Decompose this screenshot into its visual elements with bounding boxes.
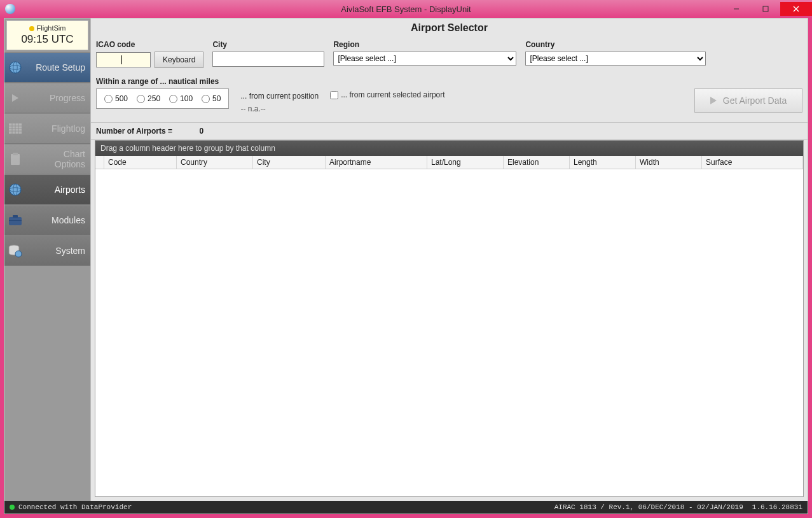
range-radio-100[interactable]: 100 (169, 94, 193, 103)
version-info: 1.6.16.28831 (752, 503, 802, 511)
col-code[interactable]: Code (104, 156, 177, 169)
count-label: Number of Airports = (96, 127, 172, 136)
content-area: Airport Selector ICAO code Keyboard (90, 18, 808, 501)
svg-rect-20 (13, 215, 18, 218)
col-length[interactable]: Length (570, 156, 636, 169)
main-row: FlightSim 09:15 UTC Route Setup Progress… (4, 18, 808, 501)
range-radio-group: 500 250 100 50 (96, 88, 229, 109)
sidebar-item-progress: Progress (4, 83, 90, 113)
sim-label: FlightSim (37, 24, 66, 32)
svg-rect-1 (763, 6, 768, 11)
sidebar-spacer (4, 266, 90, 501)
col-elevation[interactable]: Elevation (504, 156, 570, 169)
from-current-position-label: ... from current position (240, 90, 319, 102)
play-icon (8, 91, 22, 105)
svg-point-16 (10, 184, 21, 195)
airac-info: AIRAC 1813 / Rev.1, 06/DEC/2018 - 02/JAN… (554, 503, 743, 511)
country-select[interactable]: [Please select ...] (525, 52, 706, 66)
from-selected-checkbox[interactable] (330, 91, 338, 99)
sidebar-item-label: Progress (27, 93, 85, 103)
sidebar-item-label: System (27, 246, 85, 256)
group-by-bar[interactable]: Drag a column header here to group by th… (95, 141, 803, 156)
current-position-value: -- n.a.-- (240, 102, 319, 115)
page-title: Airport Selector (91, 18, 808, 38)
region-select[interactable]: [Please select ...] (333, 52, 516, 66)
close-button[interactable] (780, 2, 812, 16)
sidebar-item-route-setup[interactable]: Route Setup (4, 52, 90, 83)
col-city[interactable]: City (253, 156, 326, 169)
statusbar: Connected with DataProvider AIRAC 1813 /… (4, 501, 808, 514)
icao-label: ICAO code (96, 40, 203, 49)
range-radio-50[interactable]: 50 (202, 94, 221, 103)
window-title: AivlaSoft EFB System - DisplayUnit (0, 4, 812, 14)
briefcase-icon (8, 213, 22, 227)
range-section: Within a range of ... nautical miles 500… (96, 77, 802, 116)
get-airport-data-button[interactable]: Get Airport Data (694, 88, 802, 113)
city-label: City (212, 40, 324, 49)
result-count-row: Number of Airports = 0 (91, 122, 808, 140)
maximize-button[interactable] (751, 2, 780, 16)
col-surface[interactable]: Surface (702, 156, 803, 169)
svg-rect-14 (11, 154, 20, 165)
range-header: Within a range of ... nautical miles (96, 77, 802, 86)
from-selected-label: ... from current selected airport (341, 90, 444, 99)
minimize-button[interactable] (722, 2, 751, 16)
database-gear-icon (8, 244, 22, 258)
from-selected-airport-check[interactable]: ... from current selected airport (330, 88, 444, 99)
airport-grid: Drag a column header here to group by th… (95, 140, 804, 497)
sidebar-item-label: Modules (27, 215, 85, 225)
grid-body (95, 169, 803, 496)
sim-status-dot (29, 26, 34, 31)
svg-point-23 (15, 251, 22, 257)
form-row-1: ICAO code Keyboard City (96, 40, 802, 68)
region-label: Region (333, 40, 516, 49)
svg-rect-19 (9, 217, 22, 225)
sim-clock-panel: FlightSim 09:15 UTC (6, 20, 88, 50)
play-icon (710, 97, 717, 104)
country-label: Country (525, 40, 706, 49)
icao-input[interactable] (96, 52, 151, 67)
svg-rect-15 (13, 153, 18, 155)
sidebar-item-label: ChartOptions (27, 149, 85, 169)
clipboard-icon (8, 152, 22, 166)
count-value: 0 (178, 127, 203, 136)
sidebar-item-chart-options: ChartOptions (4, 144, 90, 174)
text-caret (121, 55, 122, 64)
window-buttons (722, 2, 812, 16)
country-field-group: Country [Please select ...] (525, 40, 706, 68)
sidebar-item-flightlog: Flightlog (4, 113, 90, 144)
sidebar-item-label: Airports (27, 185, 85, 195)
globe-icon (8, 183, 22, 197)
col-latlong[interactable]: Lat/Long (427, 156, 504, 169)
city-input[interactable] (212, 52, 324, 67)
sidebar-item-airports[interactable]: Airports (4, 174, 90, 205)
col-width[interactable]: Width (636, 156, 702, 169)
grid-header: Code Country City Airportname Lat/Long E… (95, 156, 803, 169)
svg-point-4 (10, 62, 21, 73)
col-airportname[interactable]: Airportname (326, 156, 427, 169)
connection-led (10, 505, 15, 510)
globe-icon (8, 60, 22, 74)
grid-icon (8, 122, 22, 136)
sidebar-item-system[interactable]: System (4, 235, 90, 266)
range-radio-500[interactable]: 500 (104, 94, 128, 103)
city-field-group: City (212, 40, 324, 68)
app-icon (5, 4, 15, 14)
sidebar: FlightSim 09:15 UTC Route Setup Progress… (4, 18, 90, 501)
search-form: ICAO code Keyboard City (91, 38, 808, 122)
sim-clock: 09:15 UTC (7, 33, 88, 46)
icao-field-group: ICAO code Keyboard (96, 40, 203, 68)
app-frame: FlightSim 09:15 UTC Route Setup Progress… (4, 18, 808, 514)
sidebar-item-label: Route Setup (27, 62, 85, 73)
keyboard-button[interactable]: Keyboard (155, 52, 203, 68)
titlebar: AivlaSoft EFB System - DisplayUnit (0, 0, 812, 18)
region-field-group: Region [Please select ...] (333, 40, 516, 68)
sidebar-item-modules[interactable]: Modules (4, 205, 90, 235)
sidebar-item-label: Flightlog (27, 123, 85, 134)
connection-status: Connected with DataProvider (18, 503, 132, 511)
range-radio-250[interactable]: 250 (137, 94, 160, 103)
grid-header-leading (95, 156, 104, 169)
col-country[interactable]: Country (177, 156, 253, 169)
svg-rect-21 (9, 220, 22, 221)
from-position-info: ... from current position -- n.a.-- (240, 88, 319, 116)
